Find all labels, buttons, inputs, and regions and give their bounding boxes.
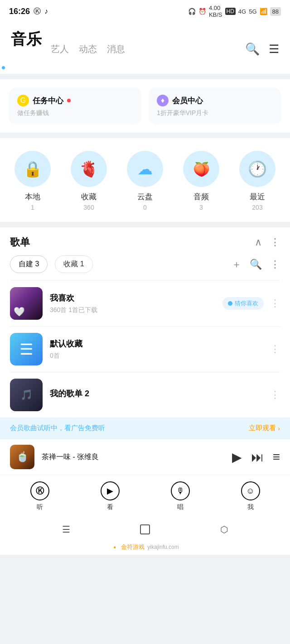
quick-item-local[interactable]: 🔒 本地 1 bbox=[14, 151, 51, 211]
mini-thumb-image: 🍵 bbox=[10, 445, 34, 469]
playlist-header: 歌单 ∧ ⋮ bbox=[0, 227, 290, 255]
default-name: 默认收藏 bbox=[50, 338, 263, 349]
favorites-more-icon[interactable]: ⋮ bbox=[270, 298, 280, 309]
playlist-section: 歌单 ∧ ⋮ 自建 3 收藏 1 ＋ 🔍 ⋮ 🤍 我喜欢 360首 1首已下载 bbox=[0, 227, 290, 418]
nav-listen[interactable]: Ⓚ 听 bbox=[30, 481, 49, 511]
recent-label: 最近 bbox=[250, 192, 265, 202]
quick-item-cloud[interactable]: ☁ 云盘 0 bbox=[127, 151, 163, 211]
playlist-more-icon[interactable]: ⋮ bbox=[270, 259, 280, 270]
5g-icon: 5G bbox=[249, 8, 256, 15]
collect-label: 收藏 bbox=[81, 192, 97, 202]
vip-icon: ♦ bbox=[157, 95, 169, 106]
watermark-icon: 🔸 bbox=[111, 544, 118, 551]
nav-watch[interactable]: ▶ 看 bbox=[101, 481, 120, 511]
next-button[interactable]: ⏭ bbox=[251, 450, 264, 465]
quick-item-collect[interactable]: 🫀 收藏 360 bbox=[71, 151, 107, 211]
cloud-label: 云盘 bbox=[137, 192, 153, 202]
default-more-icon[interactable]: ⋮ bbox=[270, 343, 280, 355]
more-options-icon[interactable]: ⋮ bbox=[270, 236, 280, 248]
search-icon[interactable]: 🔍 bbox=[245, 42, 260, 56]
task-subtitle: 做任务赚钱 bbox=[17, 109, 133, 117]
quick-item-recent[interactable]: 🕐 最近 203 bbox=[239, 151, 276, 211]
my-thumb: 🎵 bbox=[10, 379, 43, 411]
title-dot bbox=[2, 66, 5, 69]
default-meta: 0首 bbox=[50, 352, 263, 360]
playlist-button[interactable]: ≡ bbox=[273, 450, 280, 464]
hd-badge: HD bbox=[225, 8, 236, 15]
menu-icon[interactable]: ☰ bbox=[269, 42, 279, 56]
my-info: 我的歌单 2 bbox=[50, 388, 263, 402]
recent-icon: 🕐 bbox=[239, 151, 276, 187]
nav-artist[interactable]: 艺人 bbox=[51, 43, 69, 55]
vip-subtitle: 1折开豪华VIP月卡 bbox=[157, 109, 273, 117]
headphone-icon: 🎧 bbox=[188, 8, 196, 15]
app-title: 音乐 bbox=[11, 29, 42, 50]
vip-center-card[interactable]: ♦ 会员中心 1折开豪华VIP月卡 bbox=[149, 87, 281, 125]
playlist-item-default[interactable]: ☰ 默认收藏 0首 ⋮ bbox=[0, 327, 290, 372]
search-playlist-icon[interactable]: 🔍 bbox=[250, 259, 262, 270]
default-right: ⋮ bbox=[270, 343, 280, 355]
my-more-icon[interactable]: ⋮ bbox=[270, 389, 280, 401]
mini-controls: ▶ ⏭ ≡ bbox=[232, 450, 280, 465]
mini-player-info: 茶禅一味 - 张维良 bbox=[42, 452, 225, 462]
signal-icon: 📶 bbox=[260, 8, 267, 15]
tab-created[interactable]: 自建 3 bbox=[10, 255, 48, 273]
my-right: ⋮ bbox=[270, 389, 280, 401]
recommend-text: 猜你喜欢 bbox=[235, 299, 258, 308]
sing-label: 唱 bbox=[177, 503, 184, 511]
quick-item-audio[interactable]: 🍑 音频 3 bbox=[183, 151, 219, 211]
my-name: 我的歌单 2 bbox=[50, 388, 263, 399]
collect-count: 360 bbox=[83, 204, 94, 211]
playlist-item-favorites[interactable]: 🤍 我喜欢 360首 1首已下载 猜你喜欢 ⋮ bbox=[0, 281, 290, 326]
nav-me[interactable]: ☺ 我 bbox=[241, 481, 260, 511]
status-left: 16:26 Ⓚ ♪ bbox=[9, 7, 48, 16]
mini-player-title: 茶禅一味 - 张维良 bbox=[42, 453, 99, 461]
recommend-dot bbox=[228, 301, 232, 306]
audio-label: 音频 bbox=[193, 192, 209, 202]
system-bar: ☰ ⬡ bbox=[0, 519, 290, 540]
header-nav: 艺人 动态 消息 bbox=[51, 43, 245, 55]
sing-icon: 🎙 bbox=[171, 481, 190, 500]
status-tiktok-icon: ♪ bbox=[44, 7, 48, 15]
back-gesture[interactable]: ☰ bbox=[62, 524, 70, 535]
vip-card-header: ♦ 会员中心 bbox=[157, 95, 273, 106]
favorites-name: 我喜欢 bbox=[50, 293, 215, 303]
me-icon: ☺ bbox=[241, 481, 260, 500]
ad-banner[interactable]: 会员歌曲试听中，看广告免费听 立即观看 › bbox=[0, 418, 290, 439]
tab-collected[interactable]: 收藏 1 bbox=[55, 255, 92, 273]
watermark-text: 金符游戏 bbox=[121, 543, 145, 551]
alarm-icon: ⏰ bbox=[198, 8, 206, 15]
audio-icon: 🍑 bbox=[183, 151, 219, 187]
tab-actions: ＋ 🔍 ⋮ bbox=[232, 258, 280, 271]
collapse-icon[interactable]: ∧ bbox=[255, 236, 262, 248]
favorites-meta: 360首 1首已下载 bbox=[50, 306, 215, 314]
status-time: 16:26 bbox=[9, 7, 30, 16]
playlist-item-my[interactable]: 🎵 我的歌单 2 ⋮ bbox=[0, 372, 290, 418]
playlist-section-title: 歌单 bbox=[10, 235, 255, 249]
favorites-info: 我喜欢 360首 1首已下载 bbox=[50, 293, 215, 314]
nav-dynamic[interactable]: 动态 bbox=[79, 43, 97, 55]
add-playlist-icon[interactable]: ＋ bbox=[232, 258, 242, 271]
nav-sing[interactable]: 🎙 唱 bbox=[171, 481, 190, 511]
ad-arrow: › bbox=[278, 424, 280, 432]
mini-player-thumb: 🍵 bbox=[10, 445, 34, 469]
ad-action-text: 立即观看 bbox=[249, 424, 276, 433]
recommend-tag[interactable]: 猜你喜欢 bbox=[222, 297, 264, 310]
play-button[interactable]: ▶ bbox=[232, 450, 242, 465]
ad-action-btn[interactable]: 立即观看 › bbox=[249, 424, 280, 433]
ad-text: 会员歌曲试听中，看广告免费听 bbox=[10, 424, 105, 433]
nav-message[interactable]: 消息 bbox=[107, 43, 125, 55]
network-speed: 4.00KB/S bbox=[209, 5, 222, 18]
favorites-right: 猜你喜欢 ⋮ bbox=[222, 297, 280, 310]
recents-button[interactable]: ⬡ bbox=[220, 524, 228, 535]
watermark-site: yikajinfu.com bbox=[147, 544, 179, 550]
default-info: 默认收藏 0首 bbox=[50, 338, 263, 360]
task-card-header: G 任务中心 bbox=[17, 95, 133, 106]
favorites-thumb: 🤍 bbox=[10, 287, 43, 320]
status-icons: 🎧 ⏰ 4.00KB/S HD 4G 5G 📶 88 bbox=[188, 5, 281, 18]
home-button[interactable] bbox=[140, 524, 150, 534]
task-center-card[interactable]: G 任务中心 做任务赚钱 bbox=[9, 87, 141, 125]
cloud-icon: ☁ bbox=[127, 151, 163, 187]
mini-player[interactable]: 🍵 茶禅一味 - 张维良 ▶ ⏭ ≡ bbox=[0, 439, 290, 475]
listen-label: 听 bbox=[37, 503, 43, 511]
